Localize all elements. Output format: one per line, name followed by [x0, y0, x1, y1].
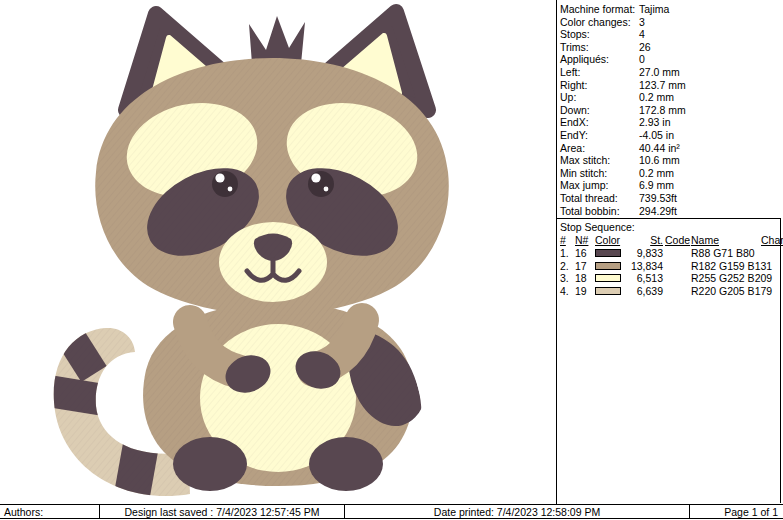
field-value: 3: [639, 16, 783, 29]
thread-color-swatch: [595, 249, 621, 257]
stop-sequence-row: 2. 17 13,834 R182 G159 B131: [560, 260, 780, 273]
row-stitch-count: 13,834: [627, 260, 665, 272]
field-value: 739.53ft: [639, 192, 783, 205]
authors-label: Authors:: [0, 505, 100, 518]
print-preview-page: Machine format: Tajima Color changes: 3 …: [0, 0, 783, 520]
thread-color-swatch: [595, 287, 621, 295]
machine-info-field: Left: 27.0 mm: [560, 66, 783, 79]
col-header-name: Name: [691, 234, 761, 246]
col-header-code: Code: [665, 234, 691, 246]
machine-info-field: Trims: 26: [560, 41, 783, 54]
status-bar: Authors: Design last saved : 7/4/2023 12…: [0, 504, 783, 519]
machine-info-field: Down: 172.8 mm: [560, 104, 783, 117]
stop-sequence-row: 1. 16 9,833 R88 G71 B80: [560, 247, 780, 260]
hair-tuft: [249, 16, 305, 64]
machine-info-field: Color changes: 3: [560, 16, 783, 29]
field-label: Area:: [560, 142, 639, 155]
machine-info-field: Total thread: 739.53ft: [560, 192, 783, 205]
field-label: Stops:: [560, 28, 639, 41]
stop-sequence-section: Stop Sequence: # N# Color St. Code Name …: [557, 218, 781, 503]
field-value: 6.9 mm: [639, 179, 783, 192]
field-value: 40.44 in²: [639, 142, 783, 155]
row-color-name: R88 G71 B80: [691, 247, 761, 259]
field-label: Total thread:: [560, 192, 639, 205]
col-header-stitches: St.: [627, 234, 665, 246]
field-label: Right:: [560, 79, 639, 92]
field-label: Left:: [560, 66, 639, 79]
row-stitch-count: 9,833: [627, 247, 665, 259]
col-header-number: #: [560, 234, 575, 246]
row-stitch-count: 6,513: [627, 272, 665, 284]
machine-info-field: Min stitch: 0.2 mm: [560, 167, 783, 180]
field-label: Max stitch:: [560, 154, 639, 167]
row-color-name: R220 G205 B179: [691, 285, 761, 297]
row-color-name: R182 G159 B131: [691, 260, 761, 272]
field-label: Appliqués:: [560, 53, 639, 66]
machine-info-field: Area: 40.44 in²: [560, 142, 783, 155]
row-color-name: R255 G252 B209: [691, 272, 761, 284]
field-value: 27.0 mm: [639, 66, 783, 79]
row-needle: 17: [575, 260, 595, 272]
raccoon-head: [95, 58, 449, 316]
row-needle: 19: [575, 285, 595, 297]
field-value: 123.7 mm: [639, 79, 783, 92]
machine-info-field: Right: 123.7 mm: [560, 79, 783, 92]
field-label: Trims:: [560, 41, 639, 54]
stop-sequence-rows: 1. 16 9,833 R88 G71 B80 2. 17 13,834 R18…: [560, 247, 780, 297]
col-header-needle: N#: [575, 234, 595, 246]
row-stitch-count: 6,639: [627, 285, 665, 297]
row-number: 3.: [560, 272, 575, 284]
col-header-chart: Chart: [761, 234, 783, 246]
col-header-color: Color: [595, 234, 627, 246]
field-value: 0: [639, 53, 783, 66]
row-number: 2.: [560, 260, 575, 272]
field-label: Min stitch:: [560, 167, 639, 180]
field-label: Total bobbin:: [560, 205, 639, 218]
stop-sequence-header: # N# Color St. Code Name Chart: [560, 234, 780, 247]
stop-sequence-title: Stop Sequence:: [560, 221, 780, 234]
field-value: 294.29ft: [639, 205, 783, 218]
design-last-saved: Design last saved : 7/4/2023 12:57:45 PM: [100, 505, 345, 518]
machine-info-field: Up: 0.2 mm: [560, 91, 783, 104]
stop-sequence-row: 4. 19 6,639 R220 G205 B179: [560, 285, 780, 298]
field-value: 0.2 mm: [639, 91, 783, 104]
field-value: 172.8 mm: [639, 104, 783, 117]
field-value: Tajima: [639, 3, 783, 16]
machine-info-panel: Machine format: Tajima Color changes: 3 …: [557, 0, 783, 503]
machine-info-field: Appliqués: 0: [560, 53, 783, 66]
field-label: EndX:: [560, 116, 639, 129]
field-value: 2.93 in: [639, 116, 783, 129]
field-label: Max jump:: [560, 179, 639, 192]
field-label: Color changes:: [560, 16, 639, 29]
raccoon-embroidery-design: [0, 0, 556, 503]
field-label: Machine format:: [560, 3, 639, 16]
field-value: 4: [639, 28, 783, 41]
row-number: 1.: [560, 247, 575, 259]
field-label: Down:: [560, 104, 639, 117]
machine-info-field: Total bobbin: 294.29ft: [560, 205, 783, 218]
machine-info-field: Stops: 4: [560, 28, 783, 41]
thread-color-swatch: [595, 274, 621, 282]
design-canvas: [0, 0, 556, 503]
field-label: Up:: [560, 91, 639, 104]
field-value: 26: [639, 41, 783, 54]
machine-info-field: EndX: 2.93 in: [560, 116, 783, 129]
field-value: -4.05 in: [639, 129, 783, 142]
date-printed: Date printed: 7/4/2023 12:58:09 PM: [345, 505, 690, 518]
field-label: EndY:: [560, 129, 639, 142]
stop-sequence-row: 3. 18 6,513 R255 G252 B209: [560, 272, 780, 285]
field-value: 10.6 mm: [639, 154, 783, 167]
machine-info-field: Max jump: 6.9 mm: [560, 179, 783, 192]
machine-info-field: Max stitch: 10.6 mm: [560, 154, 783, 167]
machine-info-field: EndY: -4.05 in: [560, 129, 783, 142]
row-needle: 18: [575, 272, 595, 284]
field-value: 0.2 mm: [639, 167, 783, 180]
machine-info-field: Machine format: Tajima: [560, 3, 783, 16]
machine-info-list: Machine format: Tajima Color changes: 3 …: [557, 0, 783, 217]
row-number: 4.: [560, 285, 575, 297]
page-indicator: Page 1 of 1: [690, 505, 783, 518]
row-needle: 16: [575, 247, 595, 259]
thread-color-swatch: [595, 262, 621, 270]
